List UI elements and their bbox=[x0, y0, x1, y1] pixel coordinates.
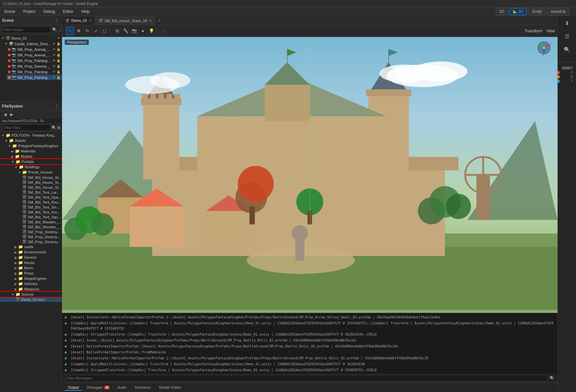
move-tool-button[interactable]: ✥ bbox=[75, 27, 83, 35]
fs-filter-button[interactable]: 🔍 bbox=[51, 125, 56, 131]
scene-search-button[interactable]: 🔍 bbox=[52, 27, 57, 33]
menu-project[interactable]: Project bbox=[22, 9, 37, 15]
svg-rect-14 bbox=[175, 94, 180, 100]
fs-item-preset-houses[interactable]: ▼ 📁 Preset_Houses bbox=[0, 170, 62, 175]
fs-more-button[interactable]: ⋮ bbox=[54, 103, 60, 109]
fs-item-buildings[interactable]: ▼ 📁 Buildings bbox=[0, 164, 62, 170]
console-filter-input[interactable] bbox=[65, 375, 548, 381]
snap-button[interactable]: ⊞ bbox=[113, 27, 121, 35]
fs-item-tent-round[interactable]: 🎬 SM_Bld_Tent_Rou... bbox=[0, 200, 62, 205]
console-tab-animation[interactable]: Animation bbox=[131, 385, 154, 391]
fs-item-models[interactable]: ▶ 📁 Models bbox=[0, 154, 62, 159]
fs-item-tent-square[interactable]: 🎬 SM_Bld_Tent_Squ... bbox=[0, 214, 62, 219]
console-tab-debugger[interactable]: Debugger 9 bbox=[84, 385, 113, 391]
fs-item-siege[interactable]: ▶ 📁 SiegeEngines bbox=[0, 276, 62, 281]
fs-item-house[interactable]: ▶ 📁 House bbox=[0, 260, 62, 265]
fs-item-pfk[interactable]: ▼ 📁 PolygonFantasyKingdom bbox=[0, 143, 62, 148]
scene-node-painting2[interactable]: 📷 SM_Prop_Painting_... 👁🔒 bbox=[7, 69, 62, 75]
camera-button[interactable]: 📷 bbox=[130, 27, 138, 35]
console-tab-audio[interactable]: Audio bbox=[114, 385, 130, 391]
scene-node-animal-1[interactable]: 📷 SM_Prop_Animal_H... 👁🔒 bbox=[7, 47, 62, 52]
log-text-4: [Asset] Scene::[Asset] Assets/PolygonFan… bbox=[71, 338, 357, 343]
fs-item-tent-single[interactable]: 🎬 SM_Bld_Tent_Sin... bbox=[0, 205, 62, 210]
fs-item-weapons[interactable]: ▶ 📁 Weapons bbox=[0, 286, 62, 292]
fs-back-button[interactable]: ◀ bbox=[2, 112, 8, 117]
fs-item-tent-small[interactable]: 🎬 SM_Bld_Tent_Sm... bbox=[0, 210, 62, 214]
fs-forward-button[interactable]: ▶ bbox=[9, 112, 15, 117]
console-tab-shader[interactable]: Shader Editor bbox=[155, 385, 184, 391]
editor-tabs: 🎬 Demo_01 ✕ 🎬 SM_Bld_House_Stairs_04 ✕ + bbox=[62, 16, 558, 25]
fs-item-assets[interactable]: ▼ 📁 Assets bbox=[0, 138, 62, 143]
render-mode-button[interactable]: ● bbox=[139, 27, 147, 35]
transform-local-button[interactable]: ◻ bbox=[100, 27, 108, 35]
fs-item-environments[interactable]: ▶ 📁 Environments bbox=[0, 249, 62, 255]
console-filter-search-button[interactable]: 🔍 bbox=[549, 375, 555, 381]
scene-node-dummy[interactable]: 📷 SM_Prop_Dummy _ 👁🔒 bbox=[7, 63, 62, 69]
fs-item-castle[interactable]: ▶ 📁 castle bbox=[0, 244, 62, 249]
fs-item-bld-house-3[interactable]: 🎬 SM_Bld_House_St... bbox=[0, 185, 62, 190]
fs-item-tent-open[interactable]: 🎬 SM_Bld_Tent_Ope... bbox=[0, 195, 62, 200]
fs-item-bld-house-1[interactable]: 🎬 SM_Bld_House_St... bbox=[0, 175, 62, 180]
add-tab-button[interactable]: + bbox=[155, 18, 163, 23]
light-button[interactable]: 💡 bbox=[148, 27, 155, 35]
mode-assetlib-button[interactable]: AssetLib bbox=[547, 8, 569, 15]
menu-debug[interactable]: Debug bbox=[42, 9, 56, 15]
fs-layout-button[interactable]: ⊞ bbox=[57, 125, 60, 131]
menu-scene[interactable]: Scene bbox=[3, 9, 17, 15]
console-tab-output[interactable]: Output bbox=[65, 385, 82, 391]
viewport-scene[interactable]: Perspective X Y Z bbox=[62, 37, 558, 313]
right-btn-1[interactable]: ⬇ bbox=[560, 17, 574, 29]
scene-more-button[interactable]: ⋮ bbox=[54, 17, 60, 23]
scene-search-input[interactable] bbox=[2, 26, 51, 33]
scene-node-demo01[interactable]: ▼ 🎬 Demo_01 👁 bbox=[0, 35, 62, 41]
scene-node-paintingf[interactable]: 📷 SM_Prop_PaintingF... 👁🔒 bbox=[7, 58, 62, 63]
mode-script-button[interactable]: Script bbox=[528, 8, 546, 15]
use-local-button[interactable]: 🔧 bbox=[122, 27, 130, 35]
fs-item-vehicles[interactable]: ▶ 📁 Vehicles bbox=[0, 281, 62, 286]
scene-node-animal-2[interactable]: 📷 SM_Prop_Animal_H... 👁🔒 bbox=[7, 52, 62, 58]
scene-header: Scene ⋮ bbox=[0, 16, 62, 25]
tab-sm-bld-close[interactable]: ✕ bbox=[149, 19, 152, 22]
scene-options-button[interactable]: ⋮ bbox=[58, 27, 62, 33]
fs-filter-input[interactable] bbox=[2, 124, 51, 131]
log-text-5: [Asset] NativeFormatImporterPrefab::[Ass… bbox=[71, 344, 398, 349]
fs-item-wooden-2[interactable]: 🎬 SM_Bld_Wooden_... bbox=[0, 224, 62, 229]
scene-node-castle-interior[interactable]: ▼ 📦 Castle_Interior_Dressing 👁 🔒 bbox=[3, 41, 62, 47]
scale-tool-button[interactable]: ⤢ bbox=[92, 27, 100, 35]
mode-2d-button[interactable]: 2D bbox=[496, 8, 508, 15]
more-options-button[interactable]: ⋮ bbox=[160, 27, 168, 35]
menu-help[interactable]: Help bbox=[80, 9, 91, 15]
fs-item-scenes[interactable]: ▼ 📁 Scenes bbox=[0, 292, 62, 297]
fs-item-bld-house-2[interactable]: 🎬 SM_Bld_House_St... bbox=[0, 180, 62, 185]
viewport-perspective-label: Perspective bbox=[65, 40, 89, 45]
fs-item-destroy-1[interactable]: 🎬 SM_Prop_Destroy... bbox=[0, 229, 62, 234]
fs-item-items[interactable]: ▶ 📁 Items bbox=[0, 265, 62, 271]
fs-item-destroy-2[interactable]: 🎬 SM_Prop_Destroy... bbox=[0, 234, 62, 239]
fs-item-materials[interactable]: ▶ 📁 Materials bbox=[0, 148, 62, 154]
log-line-4: ● [Asset] Scene::[Asset] Assets/PolygonF… bbox=[65, 338, 555, 343]
fs-item-prefabs[interactable]: ▼ 📁 Prefabs bbox=[0, 159, 62, 164]
tab-sm-bld[interactable]: 🎬 SM_Bld_House_Stairs_04 ✕ bbox=[95, 16, 155, 25]
fs-item-destroy-3[interactable]: 🎬 SM_Prop_Destroy... bbox=[0, 239, 62, 244]
scene-node-painting3[interactable]: 📷 SM_Prop_Painting_... 👁🔒 bbox=[7, 75, 62, 80]
log-line-3: ● [CompDoc] StrippedTransform::[CompDoc]… bbox=[65, 332, 555, 338]
fs-item-polygon[interactable]: ▼ 📁 POLYGON - Fantasy King... bbox=[0, 133, 62, 138]
log-line-9: ● [CompDoc] StrippedTransform::[CompDoc]… bbox=[65, 367, 555, 373]
right-btn-2[interactable]: ☰ bbox=[560, 30, 574, 42]
fs-item-props[interactable]: ▶ 📁 Props bbox=[0, 271, 62, 276]
fs-item-wooden-1[interactable]: 🎬 SM_Bld_Wooden_... bbox=[0, 219, 62, 224]
svg-rect-12 bbox=[158, 94, 164, 100]
mode-3d-button[interactable]: 📐 3D bbox=[509, 8, 527, 15]
right-btn-3[interactable]: 🔍 bbox=[560, 44, 574, 55]
fs-item-generic[interactable]: ▶ 📁 Generic bbox=[0, 255, 62, 260]
tab-demo01[interactable]: 🎬 Demo_01 ✕ bbox=[62, 16, 95, 25]
fs-item-demo01-tscn[interactable]: 🎬 Demo_01.tscn bbox=[0, 297, 62, 302]
rotate-tool-button[interactable]: ↻ bbox=[83, 27, 91, 35]
tab-demo01-close[interactable]: ✕ bbox=[89, 19, 92, 22]
view-label: View bbox=[546, 29, 555, 33]
svg-rect-13 bbox=[167, 94, 172, 100]
menu-editor[interactable]: Editor bbox=[62, 9, 75, 15]
log-text-3: [CompDoc] StrippedTransform::[CompDoc] T… bbox=[71, 332, 377, 337]
select-tool-button[interactable]: ↖ bbox=[66, 27, 74, 35]
fs-item-tent-large[interactable]: 🎬 SM_Bld_Tent_Lar... bbox=[0, 190, 62, 195]
